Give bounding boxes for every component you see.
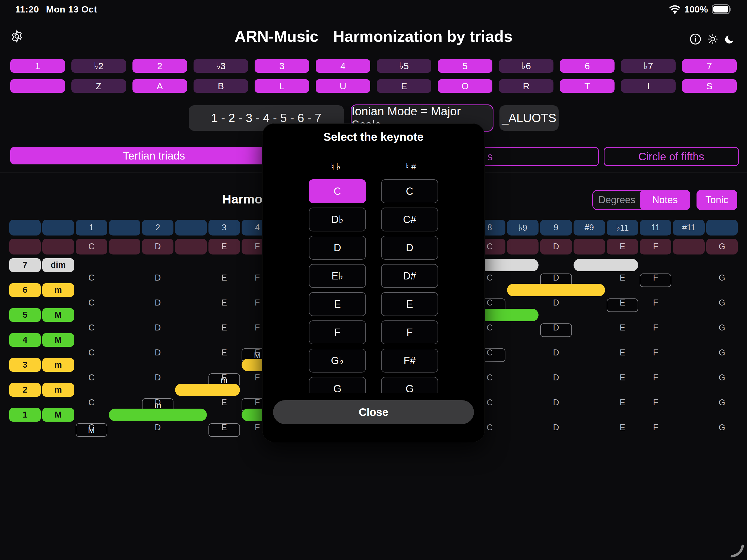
letter-pill-U[interactable]: U bbox=[316, 79, 370, 93]
header-note-cell bbox=[175, 239, 207, 255]
degree-pill-♭3[interactable]: ♭3 bbox=[194, 59, 248, 73]
header-note-cell bbox=[507, 239, 539, 255]
note-letter: E bbox=[208, 372, 240, 384]
header-note-cell bbox=[573, 239, 605, 255]
letter-pill-E[interactable]: E bbox=[377, 79, 431, 93]
keynote-sharp-C[interactable]: C bbox=[381, 179, 438, 203]
letter-pill-B[interactable]: B bbox=[194, 79, 248, 93]
chord-quality-pill[interactable]: M bbox=[42, 333, 74, 347]
note-letter: D bbox=[142, 372, 174, 384]
degree-pill-3[interactable]: 3 bbox=[255, 59, 309, 73]
degrees-notes-toggle: Degrees Notes bbox=[592, 190, 690, 210]
header-degree-cell: 1 bbox=[76, 220, 107, 236]
close-button[interactable]: Close bbox=[273, 400, 474, 424]
keynote-flat-D♭[interactable]: D♭ bbox=[309, 208, 366, 232]
degree-number-pill[interactable]: 3 bbox=[9, 358, 41, 372]
letter-pill-R[interactable]: R bbox=[499, 79, 553, 93]
toggle-degrees[interactable]: Degrees bbox=[593, 191, 641, 209]
dark-mode-moon-icon[interactable] bbox=[724, 34, 735, 45]
keynote-flat-G♭[interactable]: G♭ bbox=[309, 349, 366, 373]
degree-number-pill[interactable]: 4 bbox=[9, 333, 41, 347]
degree-pill-7[interactable]: 7 bbox=[682, 59, 737, 73]
header-note-cell: F bbox=[640, 239, 671, 255]
toggle-notes[interactable]: Notes bbox=[640, 190, 690, 210]
degree-pill-4[interactable]: 4 bbox=[316, 59, 370, 73]
letter-pill-T[interactable]: T bbox=[560, 79, 615, 93]
degree-number-pill[interactable]: 1 bbox=[9, 408, 41, 422]
keynote-sharp-F#[interactable]: F# bbox=[381, 349, 438, 373]
keynote-flat-E♭[interactable]: E♭ bbox=[309, 264, 366, 288]
chord-quality-pill[interactable]: M bbox=[42, 308, 74, 322]
note-letter: E bbox=[208, 397, 240, 408]
keynote-sharp-G[interactable]: G bbox=[381, 377, 438, 393]
note-letter: G bbox=[706, 397, 738, 408]
chord-quality-pill[interactable]: dim bbox=[42, 258, 74, 272]
word-button[interactable]: _ALUOTS bbox=[499, 105, 559, 131]
page-title: ARN-Music Harmonization by triads bbox=[0, 27, 747, 45]
header-degree-cell: ♭9 bbox=[507, 220, 539, 236]
degree-pill-♭5[interactable]: ♭5 bbox=[377, 59, 431, 73]
degree-pill-♭6[interactable]: ♭6 bbox=[499, 59, 553, 73]
degree-number-pill[interactable]: 2 bbox=[9, 383, 41, 397]
keynote-flat-E[interactable]: E bbox=[309, 292, 366, 316]
tab-circle-of-fifths[interactable]: Circle of fifths bbox=[604, 147, 739, 166]
battery-percent: 100% bbox=[684, 4, 708, 15]
note-letter: E bbox=[208, 322, 240, 334]
keynote-flat-D[interactable]: D bbox=[309, 236, 366, 260]
degree-number-pill[interactable]: 7 bbox=[9, 258, 41, 272]
keynote-flat-F[interactable]: F bbox=[309, 320, 366, 344]
date: Mon 13 Oct bbox=[46, 4, 97, 15]
degree-pill-1[interactable]: 1 bbox=[10, 59, 65, 73]
light-mode-sun-icon[interactable] bbox=[707, 34, 718, 45]
note-letter: C bbox=[76, 297, 107, 309]
note-letter: D bbox=[142, 297, 174, 309]
degree-number-pill[interactable]: 5 bbox=[9, 308, 41, 322]
chord-quality-pill[interactable]: M bbox=[42, 408, 74, 422]
note-letter: E bbox=[607, 322, 638, 334]
keynote-flat-C[interactable]: C bbox=[309, 179, 366, 203]
chord-bar bbox=[109, 408, 207, 421]
note-letter: F bbox=[640, 372, 671, 384]
keynote-sharp-D#[interactable]: D# bbox=[381, 264, 438, 288]
keynote-sharp-C#[interactable]: C# bbox=[381, 208, 438, 232]
header-degree-cell: 11 bbox=[640, 220, 671, 236]
letter-pill-O[interactable]: O bbox=[438, 79, 492, 93]
note-letter: D bbox=[540, 372, 572, 384]
keynote-sharp-D[interactable]: D bbox=[381, 236, 438, 260]
letter-pill-Z[interactable]: Z bbox=[71, 79, 126, 93]
keynote-sharp-E[interactable]: E bbox=[381, 292, 438, 316]
letter-pill-A[interactable]: A bbox=[132, 79, 187, 93]
letter-pill-L[interactable]: L bbox=[255, 79, 309, 93]
tab-tertian-triads[interactable]: Tertian triads bbox=[10, 147, 298, 164]
header-note-cell: E bbox=[607, 239, 638, 255]
header-note-cell: C bbox=[76, 239, 107, 255]
note-letter: G bbox=[706, 297, 738, 309]
degree-number-pill[interactable]: 6 bbox=[9, 283, 41, 297]
note-letter: C bbox=[76, 347, 107, 359]
degree-pill-2[interactable]: 2 bbox=[132, 59, 187, 73]
keynote-sharp-F[interactable]: F bbox=[381, 320, 438, 344]
degree-pill-5[interactable]: 5 bbox=[438, 59, 492, 73]
app-header: ARN-Music Harmonization by triads bbox=[0, 27, 747, 49]
note-letter: D bbox=[142, 397, 174, 408]
chord-quality-pill[interactable]: m bbox=[42, 358, 74, 372]
header-degree-cell bbox=[706, 220, 738, 236]
header-degree-cell bbox=[9, 220, 41, 236]
degree-pill-♭2[interactable]: ♭2 bbox=[71, 59, 126, 73]
note-letter: G bbox=[706, 422, 738, 433]
chord-bar bbox=[507, 284, 605, 296]
tonic-button[interactable]: Tonic bbox=[696, 190, 737, 210]
chord-quality-pill[interactable]: m bbox=[42, 383, 74, 397]
degree-pill-♭7[interactable]: ♭7 bbox=[621, 59, 676, 73]
chord-quality-pill[interactable]: m bbox=[42, 283, 74, 297]
degree-pill-6[interactable]: 6 bbox=[560, 59, 615, 73]
note-letter: C bbox=[76, 272, 107, 284]
letter-pill-I[interactable]: I bbox=[621, 79, 676, 93]
info-icon[interactable] bbox=[690, 33, 701, 45]
note-letter: F bbox=[640, 397, 671, 408]
letter-pill-_[interactable]: _ bbox=[10, 79, 65, 93]
letter-pill-S[interactable]: S bbox=[682, 79, 737, 93]
flat-column-header: ♮ ♭ bbox=[331, 161, 340, 172]
keynote-flat-G[interactable]: G bbox=[309, 377, 366, 393]
note-letter: D bbox=[540, 347, 572, 359]
